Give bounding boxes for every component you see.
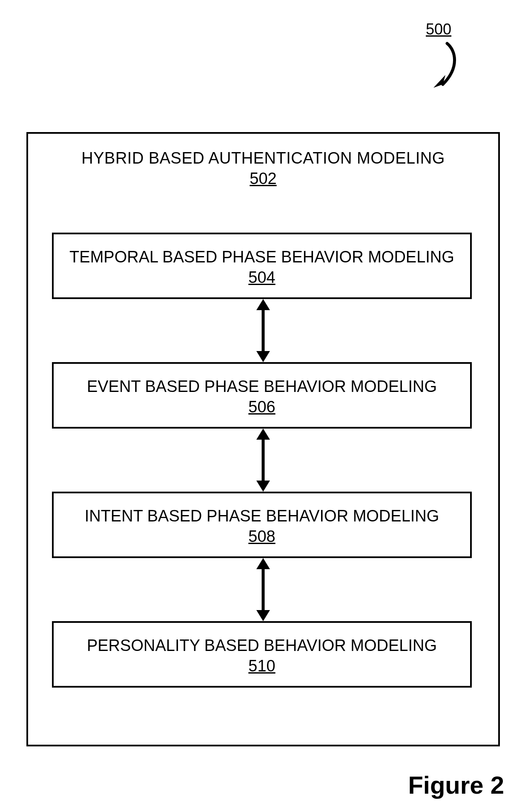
box-ref: 504 [54,268,470,287]
double-arrow-icon [250,299,276,362]
figure-reference-number: 500 [426,20,451,38]
box-ref: 506 [54,398,470,416]
outer-container-box: HYBRID BASED AUTHENTICATION MODELING 502… [26,132,500,746]
diagram-canvas: 500 HYBRID BASED AUTHENTICATION MODELING… [0,0,528,812]
box-title: INTENT BASED PHASE BEHAVIOR MODELING [54,507,470,525]
box-intent: INTENT BASED PHASE BEHAVIOR MODELING 508 [52,492,472,558]
box-event: EVENT BASED PHASE BEHAVIOR MODELING 506 [52,362,472,429]
outer-box-title: HYBRID BASED AUTHENTICATION MODELING [28,149,498,167]
double-arrow-icon [250,429,276,492]
figure-caption: Figure 2 [408,771,504,799]
double-arrow-icon [250,558,276,621]
box-title: PERSONALITY BASED BEHAVIOR MODELING [54,636,470,655]
box-temporal: TEMPORAL BASED PHASE BEHAVIOR MODELING 5… [52,233,472,299]
box-personality: PERSONALITY BASED BEHAVIOR MODELING 510 [52,621,472,688]
box-title: TEMPORAL BASED PHASE BEHAVIOR MODELING [54,248,470,266]
figure-reference-pointer: 500 [392,20,477,97]
box-ref: 510 [54,657,470,675]
box-ref: 508 [54,527,470,546]
box-title: EVENT BASED PHASE BEHAVIOR MODELING [54,377,470,396]
outer-box-ref: 502 [28,170,498,188]
